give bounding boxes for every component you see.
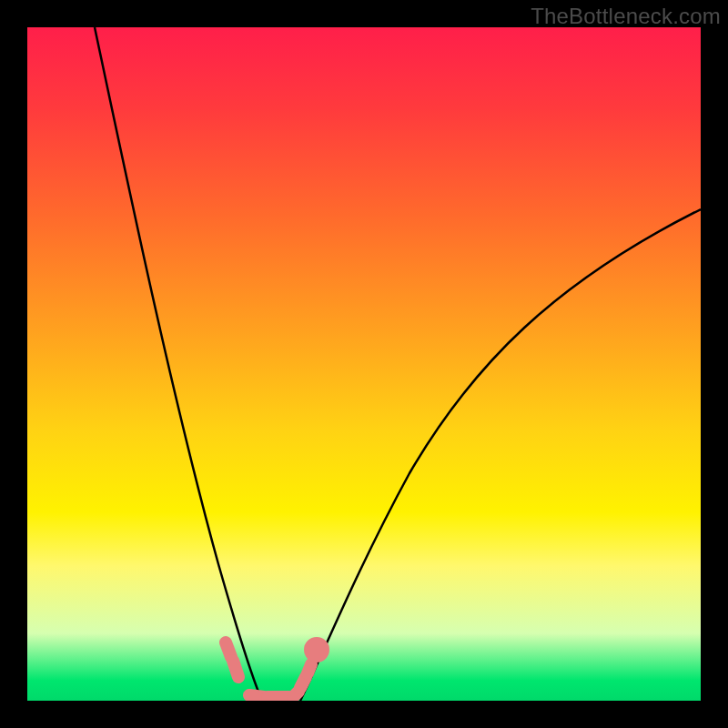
svg-line-6 [308, 664, 311, 673]
curve-layer [27, 27, 701, 701]
svg-line-0 [226, 642, 231, 657]
chart-frame: TheBottleneck.com [0, 0, 728, 728]
watermark-text: TheBottleneck.com [531, 4, 721, 29]
left-curve [95, 27, 262, 701]
plot-area [27, 27, 701, 701]
right-curve [300, 209, 701, 701]
svg-point-7 [310, 643, 323, 656]
bottom-marker-group [226, 642, 323, 697]
svg-line-1 [233, 661, 238, 677]
